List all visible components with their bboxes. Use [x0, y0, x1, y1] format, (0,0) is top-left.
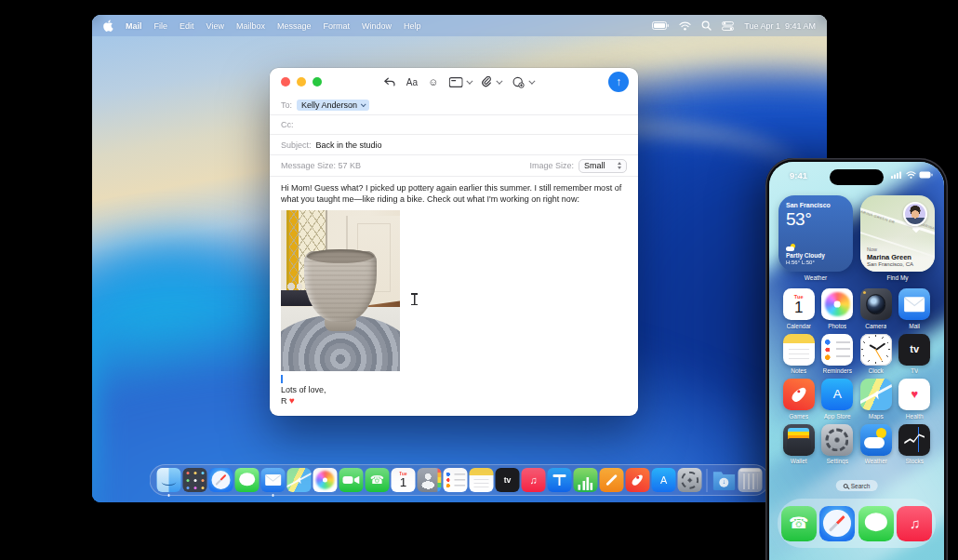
menu-edit[interactable]: Edit [180, 21, 194, 31]
stocks-icon [898, 424, 930, 456]
dock-item-messages[interactable] [235, 468, 259, 492]
heart-emoji: ♥ [289, 395, 295, 406]
phone-dock-messages-icon[interactable] [858, 506, 894, 541]
recipient-token[interactable]: Kelly Anderson [297, 100, 369, 112]
phone-app-health[interactable]: Health [896, 379, 934, 420]
phone-dock-music-icon[interactable] [897, 506, 932, 541]
phone-app-photos[interactable]: Photos [818, 288, 857, 329]
menu-format[interactable]: Format [323, 21, 350, 31]
app-label: Notes [791, 367, 806, 374]
launchpad-icon [183, 468, 207, 492]
wifi-icon[interactable] [679, 21, 691, 31]
desktop-stage: MailFileEditViewMailboxMessageFormatWind… [0, 0, 958, 560]
format-button[interactable]: Aa [406, 77, 419, 87]
dock-item-downloads[interactable] [712, 468, 737, 492]
dock-item-launchpad[interactable] [183, 468, 207, 492]
dock-item-safari[interactable] [209, 468, 233, 492]
image-size-select[interactable]: Small [579, 159, 627, 173]
dock-item-contacts[interactable] [418, 468, 442, 492]
findmy-location: Marina Green [867, 253, 913, 261]
dock-item-trash[interactable] [738, 468, 763, 492]
attachment-button[interactable] [482, 76, 502, 88]
health-icon [898, 379, 930, 410]
phone-app-stocks[interactable]: Stocks [896, 424, 934, 465]
insert-photo-button[interactable] [512, 76, 535, 88]
map-street-label: MARINA GREEN DR [860, 208, 896, 225]
phone-dock-phone-icon[interactable] [781, 506, 817, 541]
weather-temperature: 53° [786, 209, 845, 230]
app-label: Wallet [791, 458, 807, 464]
send-button[interactable]: ↑ [608, 72, 629, 92]
menu-view[interactable]: View [206, 21, 224, 31]
menu-mail[interactable]: Mail [126, 21, 142, 31]
menu-items: MailFileEditViewMailboxMessageFormatWind… [126, 21, 421, 31]
dock-item-music[interactable] [522, 468, 546, 492]
search-icon[interactable] [701, 20, 712, 31]
menu-help[interactable]: Help [404, 21, 421, 31]
dock-item-tv[interactable] [496, 468, 520, 492]
battery-icon[interactable] [652, 21, 669, 30]
dock-item-facetime[interactable] [339, 468, 364, 492]
pottery-photo-attachment[interactable] [281, 210, 400, 371]
search-icon [844, 484, 848, 488]
close-button[interactable] [281, 77, 290, 87]
find-my-widget[interactable]: MARINA GREEN DR MARINA BLV Now Marina Gr… [860, 195, 935, 272]
phone-app-appstore[interactable]: App Store [818, 379, 857, 420]
weather-widget[interactable]: San Francisco 53° Partly Cloudy H:56° L:… [778, 195, 853, 272]
cc-field[interactable]: Cc: [270, 115, 638, 135]
dock-item-maps[interactable] [287, 468, 312, 492]
emoji-button[interactable]: ☺ [428, 77, 438, 87]
menu-clock[interactable]: Tue Apr 1 9:41 AM [744, 21, 816, 31]
phone-app-weather[interactable]: Weather [857, 424, 895, 465]
to-field[interactable]: To: Kelly Anderson [270, 96, 638, 115]
subject-field[interactable]: Subject: Back in the studio [270, 135, 638, 155]
dock-item-settings[interactable] [678, 468, 702, 492]
downloads-icon [712, 468, 737, 492]
phone-app-settings[interactable]: Settings [818, 424, 857, 465]
chevron-down-icon [529, 77, 535, 83]
phone-app-games[interactable]: Games [779, 379, 818, 420]
message-body-editor[interactable]: Hi Mom! Guess what? I picked up pottery … [270, 177, 638, 414]
phone-app-reminders[interactable]: Reminders [818, 334, 857, 375]
zoom-button[interactable] [313, 77, 322, 87]
spotlight-search-pill[interactable]: Search [836, 480, 878, 491]
dock-item-pages[interactable] [600, 468, 624, 492]
dock-item-games[interactable] [626, 468, 650, 492]
dock-item-photos[interactable] [313, 468, 338, 492]
phone-app-camera[interactable]: Camera [857, 288, 895, 329]
dock-item-notes[interactable] [470, 468, 494, 492]
app-label: Weather [865, 458, 887, 464]
control-center-icon[interactable] [722, 21, 734, 31]
phone-dock-safari-icon[interactable] [819, 506, 855, 541]
menu-mailbox[interactable]: Mailbox [236, 21, 265, 31]
facetime-icon [339, 468, 364, 492]
search-label: Search [851, 483, 871, 489]
phone-app-clock[interactable]: Clock [857, 334, 895, 375]
dock-item-calendar[interactable]: Tue1 [392, 468, 416, 492]
apple-menu-icon[interactable] [103, 20, 113, 32]
dock-item-mail[interactable] [261, 468, 286, 492]
body-paragraph: Hi Mom! Guess what? I picked up pottery … [281, 183, 627, 205]
menu-file[interactable]: File [154, 21, 168, 31]
phone-app-calendar[interactable]: Tue1Calendar [779, 288, 818, 329]
undo-button[interactable] [383, 77, 396, 87]
phone-app-maps[interactable]: Maps [857, 379, 895, 420]
menu-message[interactable]: Message [277, 21, 312, 31]
dock-item-phone[interactable] [366, 468, 390, 492]
dock-item-reminders[interactable] [444, 468, 468, 492]
header-fields-button[interactable] [449, 77, 472, 87]
phone-app-notes[interactable]: Notes [779, 334, 818, 375]
dock-item-numbers[interactable] [574, 468, 598, 492]
dock-item-keynote[interactable] [548, 468, 572, 492]
dock-item-finder[interactable] [157, 468, 181, 492]
menu-window[interactable]: Window [362, 21, 392, 31]
phone-app-mail[interactable]: Mail [896, 288, 934, 329]
phone-app-tv[interactable]: TV [896, 334, 934, 375]
dock: Tue1 [150, 464, 770, 496]
image-size-label: Image Size: [529, 161, 574, 170]
minimize-button[interactable] [297, 77, 306, 87]
reminders-icon [821, 334, 853, 366]
phone-app-wallet[interactable]: Wallet [779, 424, 818, 465]
app-label: Camera [865, 323, 886, 329]
dock-item-appstore[interactable] [652, 468, 676, 492]
